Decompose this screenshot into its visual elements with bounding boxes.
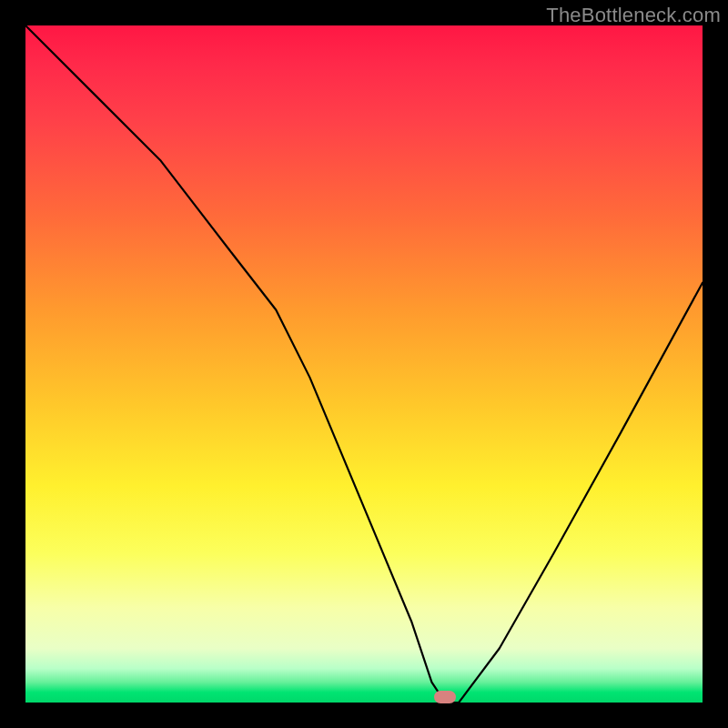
minimum-marker: [434, 691, 456, 703]
plot-area: [25, 25, 703, 703]
chart-stage: TheBottleneck.com: [0, 0, 728, 728]
bottleneck-curve: [25, 25, 703, 703]
watermark-text: TheBottleneck.com: [546, 4, 721, 27]
